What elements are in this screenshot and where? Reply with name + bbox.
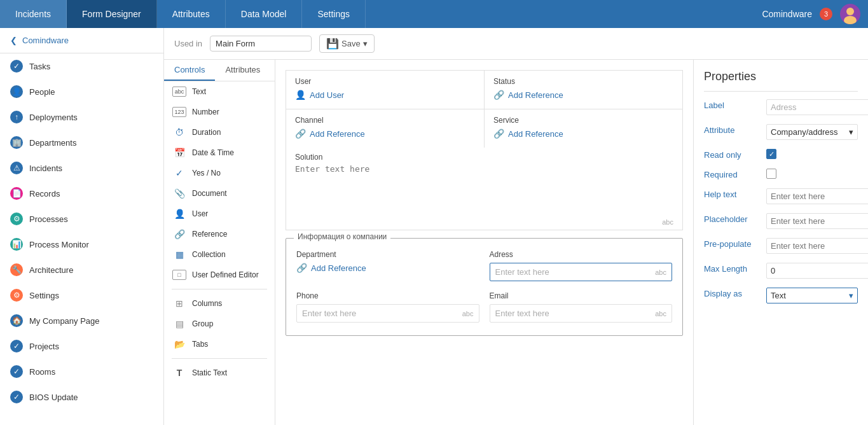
nav-tab-settings[interactable]: Settings xyxy=(302,0,366,28)
control-reference-label: Reference xyxy=(192,230,227,239)
sidebar-item-process-monitor[interactable]: 📊 Process Monitor xyxy=(0,232,163,257)
control-statictext-label: Static Text xyxy=(192,368,227,377)
control-tabs-label: Tabs xyxy=(192,340,208,349)
phone-field[interactable]: Enter text here abc xyxy=(296,304,479,323)
back-icon: ❮ xyxy=(10,36,17,45)
sidebar-item-processes[interactable]: ⚙ Processes xyxy=(0,206,163,232)
properties-panel: Properties Label Attribute Company/addre… xyxy=(693,60,868,425)
sidebar-item-rooms[interactable]: ✓ Rooms xyxy=(0,359,163,384)
add-reference-channel-button[interactable]: 🔗 Add Reference xyxy=(295,129,475,139)
address-abc: abc xyxy=(655,268,666,276)
avatar[interactable] xyxy=(840,4,860,24)
prop-label-key: Label xyxy=(704,99,761,110)
control-yes-no[interactable]: ✓ Yes / No xyxy=(164,163,275,183)
settings-icon: ⚙ xyxy=(10,289,23,302)
prop-placeholder-key: Placeholder xyxy=(704,213,761,224)
service-label: Service xyxy=(493,116,673,125)
user-label: User xyxy=(295,77,475,86)
checkmark-icon: ✓ xyxy=(769,150,775,158)
phone-email-row: Phone Enter text here abc Email Enter te… xyxy=(286,286,682,328)
prop-helptext-input[interactable] xyxy=(766,188,868,204)
control-user-label: User xyxy=(192,209,208,218)
form-row-1: User 👤 Add User Status 🔗 Add Reference xyxy=(286,70,683,109)
sidebar-item-deployments[interactable]: ↑ Deployments xyxy=(0,104,163,130)
controls-tabs: Controls Attributes xyxy=(164,60,275,81)
datetime-control-icon: 📅 xyxy=(172,147,187,158)
address-label: Adress xyxy=(490,250,673,259)
sidebar-back[interactable]: ❮ Comindware xyxy=(0,28,163,53)
control-text[interactable]: abc Text xyxy=(164,81,275,102)
control-user-defined-editor[interactable]: □ User Defined Editor xyxy=(164,265,275,285)
prop-maxlength-input[interactable] xyxy=(766,263,868,279)
sidebar-item-projects[interactable]: ✓ Projects xyxy=(0,333,163,359)
nav-tab-data-model[interactable]: Data Model xyxy=(226,0,303,28)
columns-control-icon: ⊞ xyxy=(172,298,187,309)
add-user-button[interactable]: 👤 Add User xyxy=(295,90,475,100)
prop-readonly-row: Read only ✓ xyxy=(704,149,858,160)
records-icon: 📄 xyxy=(10,187,23,200)
control-group-label: Group xyxy=(192,319,213,328)
control-group[interactable]: ▤ Group xyxy=(164,314,275,334)
address-field[interactable]: Enter text here abc xyxy=(490,263,673,281)
add-user-label: Add User xyxy=(310,90,344,100)
sidebar-item-people[interactable]: 👤 People xyxy=(0,79,163,104)
departments-icon: 🏢 xyxy=(10,136,23,149)
form-name-input[interactable] xyxy=(210,36,312,52)
control-columns[interactable]: ⊞ Columns xyxy=(164,293,275,314)
control-document[interactable]: 📎 Document xyxy=(164,183,275,204)
reference-control-icon: 🔗 xyxy=(172,228,187,240)
solution-textarea[interactable] xyxy=(286,164,682,215)
sidebar-item-architecture[interactable]: 🔧 Architecture xyxy=(0,257,163,282)
control-datetime-label: Date & Time xyxy=(192,148,234,157)
add-reference-service-button[interactable]: 🔗 Add Reference xyxy=(493,129,673,139)
sidebar-item-label: BIOS Update xyxy=(29,393,78,402)
prop-prepopulate-input[interactable] xyxy=(766,238,868,254)
sidebar-item-bios-update[interactable]: ✓ BIOS Update xyxy=(0,384,163,410)
solution-section: Solution abc xyxy=(286,148,683,230)
tab-attributes[interactable]: Attributes xyxy=(215,60,270,81)
control-collection[interactable]: ▦ Collection xyxy=(164,244,275,265)
prop-readonly-checkbox[interactable]: ✓ xyxy=(766,149,776,159)
address-placeholder: Enter text here xyxy=(495,267,549,277)
control-duration[interactable]: ⏱ Duration xyxy=(164,122,275,143)
nav-tab-incidents[interactable]: Incidents xyxy=(0,0,67,28)
control-date-time[interactable]: 📅 Date & Time xyxy=(164,143,275,163)
prop-required-checkbox[interactable] xyxy=(766,169,776,179)
control-tabs[interactable]: 📂 Tabs xyxy=(164,334,275,354)
prop-attribute-select[interactable]: Company/address ▾ xyxy=(766,124,858,140)
prop-placeholder-input[interactable] xyxy=(766,213,868,229)
sidebar-item-departments[interactable]: 🏢 Departments xyxy=(0,130,163,155)
link-icon-service: 🔗 xyxy=(493,129,504,139)
add-reference-department-button[interactable]: 🔗 Add Reference xyxy=(296,263,479,273)
control-divider-2 xyxy=(172,358,267,359)
sidebar-item-records[interactable]: 📄 Records xyxy=(0,181,163,206)
tab-controls[interactable]: Controls xyxy=(164,60,215,81)
email-abc: abc xyxy=(655,310,666,317)
nav-tab-attributes[interactable]: Attributes xyxy=(157,0,226,28)
add-reference-status-label: Add Reference xyxy=(508,90,563,100)
sidebar-item-settings[interactable]: ⚙ Settings xyxy=(0,282,163,308)
control-number[interactable]: 123 Number xyxy=(164,102,275,122)
properties-title: Properties xyxy=(704,70,858,92)
phone-placeholder: Enter text here xyxy=(302,309,356,318)
sidebar-item-tasks[interactable]: ✓ Tasks xyxy=(0,53,163,79)
control-reference[interactable]: 🔗 Reference xyxy=(164,224,275,244)
sidebar-item-my-company-page[interactable]: 🏠 My Company Page xyxy=(0,308,163,333)
prop-label-input[interactable] xyxy=(766,99,868,115)
controls-panel: Controls Attributes abc Text 123 Number … xyxy=(164,60,275,425)
architecture-icon: 🔧 xyxy=(10,263,23,276)
statictext-control-icon: T xyxy=(172,367,187,379)
sidebar-item-label: Incidents xyxy=(29,164,62,173)
prop-prepopulate-key: Pre-populate xyxy=(704,238,761,249)
sidebar-item-label: Process Monitor xyxy=(29,240,89,249)
prop-displayas-select[interactable]: Text ▾ xyxy=(766,288,858,303)
save-button[interactable]: 💾 Save ▾ xyxy=(319,34,375,53)
control-static-text[interactable]: T Static Text xyxy=(164,363,275,383)
nav-tab-form-designer[interactable]: Form Designer xyxy=(67,0,157,28)
prop-readonly-key: Read only xyxy=(704,149,761,160)
sidebar-item-incidents[interactable]: ⚠ Incidents xyxy=(0,155,163,181)
displayas-chevron-icon: ▾ xyxy=(849,291,853,300)
email-field[interactable]: Enter text here abc xyxy=(490,304,673,323)
add-reference-status-button[interactable]: 🔗 Add Reference xyxy=(493,90,673,100)
control-user[interactable]: 👤 User xyxy=(164,204,275,224)
